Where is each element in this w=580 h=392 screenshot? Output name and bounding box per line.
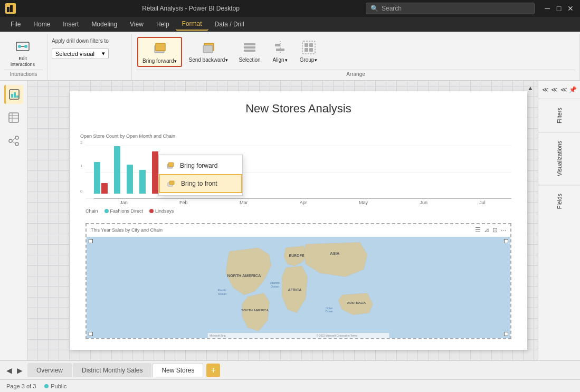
legend-dot-lindseys [149,209,154,213]
group-button[interactable]: Group ▾ [296,37,322,65]
send-backward-icon [200,39,217,56]
tab-overview[interactable]: Overview [27,363,72,377]
svg-rect-10 [203,45,213,53]
bar-group-feb [114,146,120,194]
resize-handle-tl[interactable] [89,239,93,243]
right-panel-tab-fields[interactable]: Fields [538,185,580,217]
map-svg: NORTH AMERICA SOUTH AMERICA EUROPE ASIA … [87,237,510,338]
bring-forward-button[interactable]: Bring forward ▾ [137,37,182,67]
svg-rect-12 [244,46,255,49]
menu-insert[interactable]: Insert [56,18,85,30]
tab-district-monthly-sales[interactable]: District Monthly Sales [73,363,151,377]
maximize-button[interactable]: □ [555,4,563,13]
menu-data-drill[interactable]: Data / Drill [208,18,251,30]
collapse-filters-btn[interactable]: ≪ [541,84,549,95]
page-nav: ◀ ▶ [4,366,24,375]
edit-interactions-button[interactable]: Editinteractions [4,36,41,70]
page-nav-next[interactable]: ▶ [15,366,24,375]
resize-handle-br[interactable] [504,332,508,336]
svg-rect-15 [275,44,280,46]
svg-rect-17 [302,41,315,54]
bar-chart: Open Store Count by Open Month and Chain… [80,133,517,207]
svg-point-5 [24,45,27,48]
search-placeholder: Search [382,5,402,12]
svg-rect-18 [305,43,308,47]
page-tabs: ◀ ▶ Overview District Monthly Sales New … [0,360,580,379]
svg-point-31 [15,136,18,139]
svg-rect-21 [309,48,313,52]
minimize-button[interactable]: ─ [543,4,552,13]
menu-help[interactable]: Help [150,18,176,30]
drill-label: Apply drill down filters to [52,38,109,44]
legend-dot-fashions [104,209,109,213]
send-backward-button[interactable]: Send backward ▾ [184,37,232,65]
arrange-section-label: Arrange [136,70,575,78]
drill-select[interactable]: Selected visual ▾ [52,48,109,59]
map-menu-icon[interactable]: ☰ [475,226,481,234]
right-panel-tab-visualizations[interactable]: Visualizations [538,132,580,185]
dropdown-bring-to-front[interactable]: Bring to front [159,174,242,193]
resize-handle-bl[interactable] [89,332,93,336]
sidebar-data-view[interactable] [4,108,23,127]
svg-rect-26 [9,113,18,122]
menu-file[interactable]: File [4,18,27,30]
bar-apr-teal [139,170,146,194]
right-chevron-group: ≪ ≪ ≪ 📌 [538,81,580,99]
page-number: Page 3 of 3 [6,383,36,389]
svg-text:Ocean: Ocean [326,310,333,313]
ribbon: Editinteractions Interactions Apply dril… [0,32,580,81]
resize-handle-tr[interactable] [504,239,508,243]
sidebar-report-view[interactable] [4,85,23,104]
dropdown-bring-forward[interactable]: Bring forward [159,157,242,174]
visibility-status: Public [51,383,66,389]
pin-btn[interactable]: 📌 [569,84,577,95]
svg-text:Pacific: Pacific [218,289,226,292]
add-page-button[interactable]: + [206,364,220,377]
sidebar-model-view[interactable] [4,131,23,150]
canvas-content[interactable]: ▲ New Stores Analysis Open Store Count b… [27,81,538,360]
bring-to-front-menu-label: Bring to front [181,180,217,187]
svg-rect-24 [14,92,16,98]
menu-home[interactable]: Home [27,18,56,30]
status-dot [44,384,49,388]
selection-button[interactable]: Selection [234,37,264,65]
group-dropdown-icon: ▾ [315,58,317,63]
menu-format[interactable]: Format [176,18,208,31]
menu-modeling[interactable]: Modeling [85,18,123,30]
collapse-vis-btn[interactable]: ≪ [550,84,558,95]
legend-label-lindseys: Lindseys [155,208,174,214]
close-button[interactable]: ✕ [566,4,575,13]
align-button[interactable]: Align ▾ [267,37,293,65]
align-dropdown-icon: ▾ [285,58,288,63]
page-nav-prev[interactable]: ◀ [4,366,14,375]
collapse-fields-btn[interactable]: ≪ [560,84,568,95]
selection-label: Selection [239,57,260,63]
svg-text:AUSTRALIA: AUSTRALIA [347,301,366,304]
search-bar[interactable]: 🔍 Search [366,3,535,14]
selection-icon [241,39,258,56]
right-panel-tab-filters[interactable]: Filters [538,99,580,132]
svg-rect-52 [168,162,174,167]
bring-forward-dropdown: Bring forward Bring to front [158,155,243,196]
bar-may-red [152,151,158,194]
bring-forward-dropdown-icon: ▾ [174,59,177,64]
filters-tab-label: Filters [556,108,563,123]
x-axis-labels: JanFebMarAprMayJunJul [89,199,517,206]
map-expand-icon[interactable]: ⊡ [492,226,498,234]
bring-forward-menu-label: Bring forward [180,162,217,169]
tab-new-stores[interactable]: New Stores [153,363,203,377]
map-header: This Year Sales by City and Chain ☰ ⊿ ⊡ … [87,224,510,236]
svg-rect-11 [244,43,255,45]
svg-text:© 2022 Microsoft Corporation  : © 2022 Microsoft Corporation Terms [317,334,358,337]
map-body[interactable]: NORTH AMERICA SOUTH AMERICA EUROPE ASIA … [87,237,510,338]
svg-text:EUROPE: EUROPE [289,253,305,257]
search-icon: 🔍 [370,5,378,12]
map-more-icon[interactable]: ··· [501,226,506,234]
svg-line-33 [12,138,15,140]
bar-jan-teal [94,162,100,194]
bar-chart-title: Open Store Count by Open Month and Chain [80,133,517,139]
menu-view[interactable]: View [123,18,150,30]
svg-text:AFRICA: AFRICA [288,288,302,292]
map-filter-icon[interactable]: ⊿ [484,226,489,234]
chevron-down-icon: ▾ [102,50,105,57]
